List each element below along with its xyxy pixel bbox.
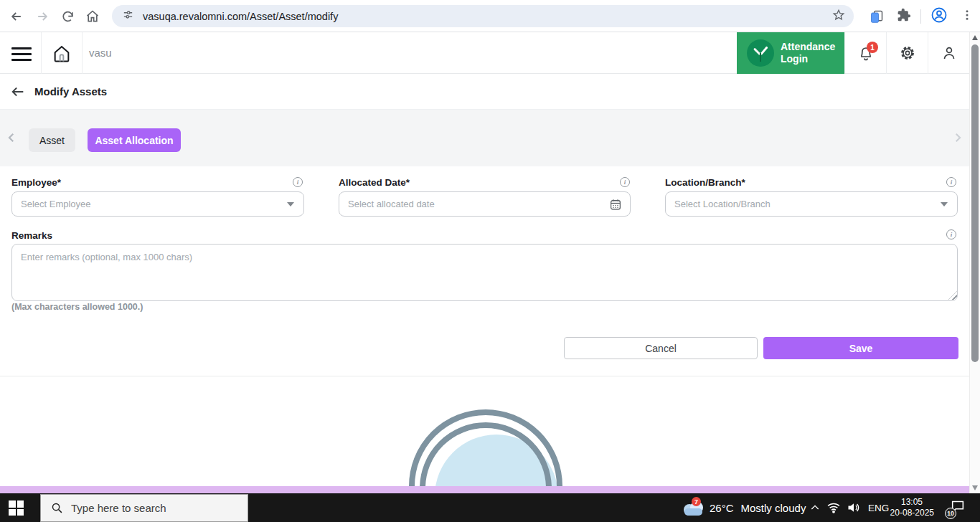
tray-date: 20-08-2025 <box>890 508 934 518</box>
weather-cloud-icon: 7 <box>682 500 705 516</box>
employee-select[interactable] <box>11 191 304 217</box>
wifi-icon <box>826 500 841 515</box>
app-header: vasu Attendance Login 1 <box>0 32 969 74</box>
chevron-right-icon[interactable] <box>951 130 965 145</box>
location-branch-select[interactable] <box>665 191 958 217</box>
address-bar[interactable]: vasuqa.revalomni.com/Asset/Asset/modify <box>112 5 854 27</box>
allocated-date-label: Allocated Date* <box>339 177 410 188</box>
forward-icon[interactable] <box>32 6 53 27</box>
scroll-up-arrow[interactable] <box>972 35 978 40</box>
dropdown-caret-icon[interactable] <box>287 202 294 207</box>
speaker-icon <box>847 500 861 515</box>
action-center-icon: 10 <box>950 498 966 517</box>
settings-button[interactable] <box>886 32 928 74</box>
scroll-down-arrow[interactable] <box>972 485 978 490</box>
dropdown-caret-icon[interactable] <box>941 202 948 207</box>
page-title: Modify Assets <box>34 85 107 98</box>
weather-widget[interactable]: 7 26°C Mostly cloudy <box>682 493 806 522</box>
back-arrow-icon[interactable] <box>10 84 26 100</box>
employee-input[interactable] <box>21 199 287 209</box>
tab-asset-allocation[interactable]: Asset Allocation <box>88 128 181 152</box>
url-text[interactable]: vasuqa.revalomni.com/Asset/Asset/modify <box>143 11 832 22</box>
decorative-circles-graphic <box>371 406 600 486</box>
remarks-textarea[interactable] <box>11 244 958 301</box>
profile-icon[interactable] <box>930 6 948 27</box>
allocated-date-info-icon[interactable]: i <box>620 177 630 187</box>
weather-badge: 7 <box>692 497 701 506</box>
allocated-date-input[interactable] <box>348 199 609 209</box>
page-scrollbar[interactable] <box>969 32 980 493</box>
windows-start-icon[interactable] <box>9 500 24 516</box>
tray-chevron-up[interactable] <box>809 493 821 522</box>
menu-dots-icon[interactable] <box>961 9 974 24</box>
header-divider <box>82 32 83 74</box>
action-center[interactable]: 10 <box>950 493 966 522</box>
clock-icon <box>747 39 774 67</box>
attendance-label-line1: Attendance <box>781 41 835 53</box>
location-branch-label: Location/Branch* <box>665 177 745 188</box>
location-branch-input[interactable] <box>674 199 941 209</box>
save-button[interactable]: Save <box>763 337 958 359</box>
refresh-icon[interactable] <box>57 6 78 27</box>
scrollbar-thumb[interactable] <box>971 44 979 362</box>
tray-time: 13:05 <box>901 497 923 508</box>
browser-toolbar: vasuqa.revalomni.com/Asset/Asset/modify <box>0 0 980 32</box>
screen: vasuqa.revalomni.com/Asset/Asset/modify <box>0 0 980 522</box>
profile-button[interactable] <box>928 32 969 74</box>
hamburger-icon[interactable] <box>11 47 32 65</box>
gear-icon <box>899 44 916 62</box>
calendar-icon[interactable] <box>609 198 622 211</box>
allocated-date-picker[interactable] <box>339 191 631 217</box>
section-divider <box>0 376 969 376</box>
search-icon <box>51 502 63 514</box>
employee-label: Employee* <box>11 177 61 188</box>
tune-icon[interactable] <box>122 9 134 24</box>
notification-badge: 1 <box>867 42 878 53</box>
taskbar-search[interactable]: Type here to search <box>40 494 248 522</box>
browser-home-icon[interactable] <box>82 6 103 27</box>
tray-network[interactable] <box>826 493 841 522</box>
attendance-label-line2: Login <box>781 53 835 65</box>
back-icon[interactable] <box>6 6 27 27</box>
extensions-icon[interactable] <box>897 8 911 25</box>
tray-volume[interactable] <box>847 493 861 522</box>
attendance-login-button[interactable]: Attendance Login <box>737 32 844 74</box>
cancel-button[interactable]: Cancel <box>564 337 758 359</box>
person-icon <box>941 44 958 62</box>
remarks-helper-text: (Max characters allowed 1000.) <box>11 302 143 312</box>
purple-accent-strip <box>0 486 969 493</box>
brand-text: vasu <box>89 47 112 59</box>
page-title-bar: Modify Assets <box>0 74 969 110</box>
chevron-left-icon[interactable] <box>4 130 19 145</box>
tray-language[interactable]: ENG <box>868 493 889 522</box>
tab-asset[interactable]: Asset <box>29 128 75 152</box>
side-panel-icon[interactable] <box>870 9 884 24</box>
remarks-label: Remarks <box>11 230 52 241</box>
tray-clock[interactable]: 13:05 20-08-2025 <box>890 493 934 522</box>
employee-info-icon[interactable]: i <box>293 177 303 187</box>
notifications-button[interactable]: 1 <box>844 32 886 74</box>
home-icon[interactable] <box>52 44 72 64</box>
star-icon[interactable] <box>832 9 845 24</box>
search-placeholder: Type here to search <box>71 502 166 514</box>
location-branch-info-icon[interactable]: i <box>946 177 956 187</box>
weather-desc: Mostly cloudy <box>741 502 806 514</box>
toolbar-divider <box>920 9 921 24</box>
weather-temp: 26°C <box>710 502 734 514</box>
action-center-badge: 10 <box>945 508 956 519</box>
chevron-up-icon <box>809 502 821 513</box>
remarks-info-icon[interactable]: i <box>946 229 956 239</box>
header-divider <box>41 32 42 74</box>
tab-band: Asset Asset Allocation <box>0 110 969 166</box>
